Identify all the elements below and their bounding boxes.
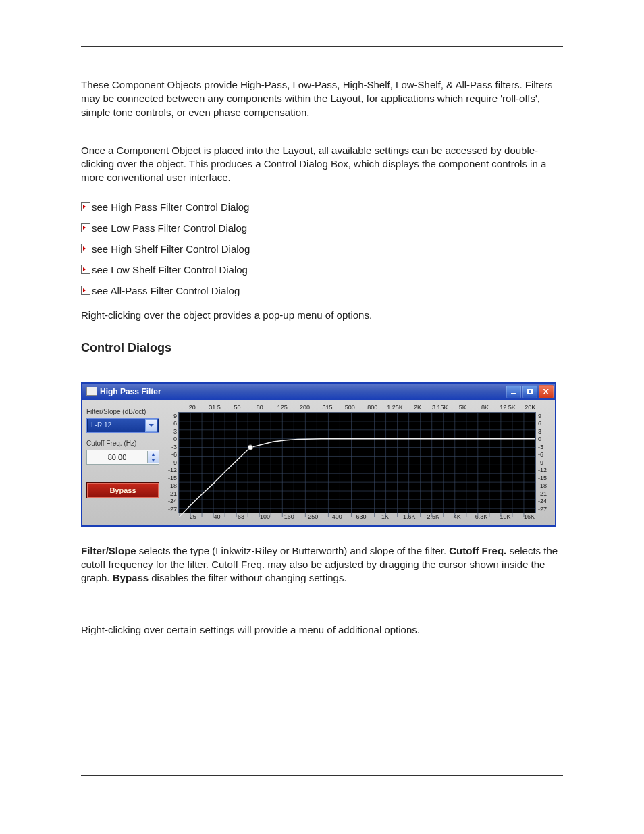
cutoff-freq-value: 80.00 xyxy=(87,453,147,461)
see-link[interactable]: see Low Pass Filter Control Dialog xyxy=(81,222,563,234)
y-tick: 0 xyxy=(163,435,178,443)
x-tick-top: 3.15K xyxy=(429,404,451,412)
right-click-note: Right-clicking over certain settings wil… xyxy=(81,623,563,637)
intro-paragraph-2: Once a Component Object is placed into t… xyxy=(81,144,563,185)
y-tick: -18 xyxy=(163,482,178,490)
x-tick-top: 12.5K xyxy=(496,404,518,412)
see-link[interactable]: see Low Shelf Filter Control Dialog xyxy=(81,264,563,276)
x-tick-top: 2K xyxy=(406,404,429,412)
y-tick: -6 xyxy=(163,450,178,459)
x-tick-top: 31.5 xyxy=(203,404,225,412)
x-tick-top: 20K xyxy=(519,404,541,412)
y-tick: 9 xyxy=(163,412,178,420)
cutoff-term: Cutoff Freq. xyxy=(449,545,506,556)
x-tick-top: 8K xyxy=(474,404,496,412)
y-tick: -24 xyxy=(163,498,178,506)
x-tick-top: 800 xyxy=(361,404,383,412)
x-tick-top: 200 xyxy=(294,404,316,412)
x-tick-top: 500 xyxy=(339,404,361,412)
y-tick: -6 xyxy=(536,450,551,459)
y-tick: -21 xyxy=(163,490,178,498)
maximize-button[interactable] xyxy=(522,385,537,398)
link-arrow-icon xyxy=(81,223,90,232)
see-link[interactable]: see High Shelf Filter Control Dialog xyxy=(81,243,563,255)
x-tick-top: 80 xyxy=(248,404,271,412)
window-icon xyxy=(86,387,97,396)
link-arrow-icon xyxy=(81,286,90,295)
link-arrow-icon xyxy=(81,265,90,274)
y-tick: 6 xyxy=(536,419,551,427)
see-links-list: see High Pass Filter Control Dialog see … xyxy=(81,201,563,296)
svg-point-45 xyxy=(248,445,252,450)
y-tick: -27 xyxy=(536,505,551,513)
y-tick: -3 xyxy=(536,443,551,451)
filter-slope-term: Filter/Slope xyxy=(81,545,136,556)
y-tick: -12 xyxy=(536,466,551,474)
section-title: Control Dialogs xyxy=(81,341,563,355)
see-link-label: see High Shelf Filter Control Dialog xyxy=(92,243,250,255)
see-link-label: see Low Pass Filter Control Dialog xyxy=(92,222,247,234)
high-pass-filter-dialog: High Pass Filter X Filter/Slope (dB/oct)… xyxy=(81,382,556,527)
x-tick-top: 5K xyxy=(452,404,474,412)
see-link-label: see Low Shelf Filter Control Dialog xyxy=(92,264,248,276)
y-tick: 3 xyxy=(163,427,178,436)
context-menu-note: Right-clicking over the object provides … xyxy=(81,309,563,322)
chevron-down-icon[interactable] xyxy=(145,419,157,432)
x-tick-top: 1.25K xyxy=(383,404,406,412)
close-button[interactable]: X xyxy=(539,385,554,398)
dialog-titlebar[interactable]: High Pass Filter X xyxy=(82,384,555,400)
y-tick: -21 xyxy=(536,490,551,498)
y-tick: -12 xyxy=(163,466,178,474)
y-tick: 3 xyxy=(536,427,551,436)
see-link[interactable]: see High Pass Filter Control Dialog xyxy=(81,201,563,213)
bypass-button[interactable]: Bypass xyxy=(86,482,159,498)
y-tick: -15 xyxy=(536,474,551,482)
filter-slope-desc: selects the type (Linkwitz-Riley or Butt… xyxy=(136,545,450,556)
link-arrow-icon xyxy=(81,202,90,211)
y-tick: -9 xyxy=(163,459,178,467)
link-arrow-icon xyxy=(81,244,90,253)
x-tick-top: 50 xyxy=(226,404,248,412)
y-tick: -18 xyxy=(536,482,551,490)
y-tick: -24 xyxy=(536,498,551,506)
see-link-label: see High Pass Filter Control Dialog xyxy=(92,201,249,213)
filter-description: Filter/Slope selects the type (Linkwitz-… xyxy=(81,544,563,585)
see-link[interactable]: see All-Pass Filter Control Dialog xyxy=(81,285,563,296)
dialog-title: High Pass Filter xyxy=(100,387,161,396)
filter-slope-label: Filter/Slope (dB/oct) xyxy=(86,408,159,415)
x-tick-top: 20 xyxy=(181,404,203,412)
bypass-term: Bypass xyxy=(113,572,149,583)
y-tick: 0 xyxy=(536,435,551,443)
see-link-label: see All-Pass Filter Control Dialog xyxy=(92,285,240,296)
minimize-button[interactable] xyxy=(506,385,521,398)
y-tick: -27 xyxy=(163,505,178,513)
intro-paragraph-1: These Component Objects provide High-Pas… xyxy=(81,78,563,120)
filter-slope-value: L-R 12 xyxy=(91,421,111,429)
bypass-label: Bypass xyxy=(109,486,136,494)
y-tick: 9 xyxy=(536,412,551,420)
y-tick: -3 xyxy=(163,443,178,451)
x-tick-top: 125 xyxy=(271,404,294,412)
y-tick: -15 xyxy=(163,474,178,482)
y-tick: 6 xyxy=(163,419,178,427)
filter-slope-select[interactable]: L-R 12 xyxy=(86,418,159,433)
response-graph[interactable]: 2031.550801252003155008001.25K2K3.15K5K8… xyxy=(163,404,551,521)
cutoff-freq-label: Cutoff Freq. (Hz) xyxy=(86,440,159,447)
cutoff-freq-stepper[interactable]: 80.00 ▲▼ xyxy=(86,450,159,465)
bypass-desc: disables the filter without changing set… xyxy=(149,572,347,583)
y-tick: -9 xyxy=(536,459,551,467)
stepper-buttons[interactable]: ▲▼ xyxy=(147,451,159,463)
x-tick-top: 315 xyxy=(316,404,338,412)
